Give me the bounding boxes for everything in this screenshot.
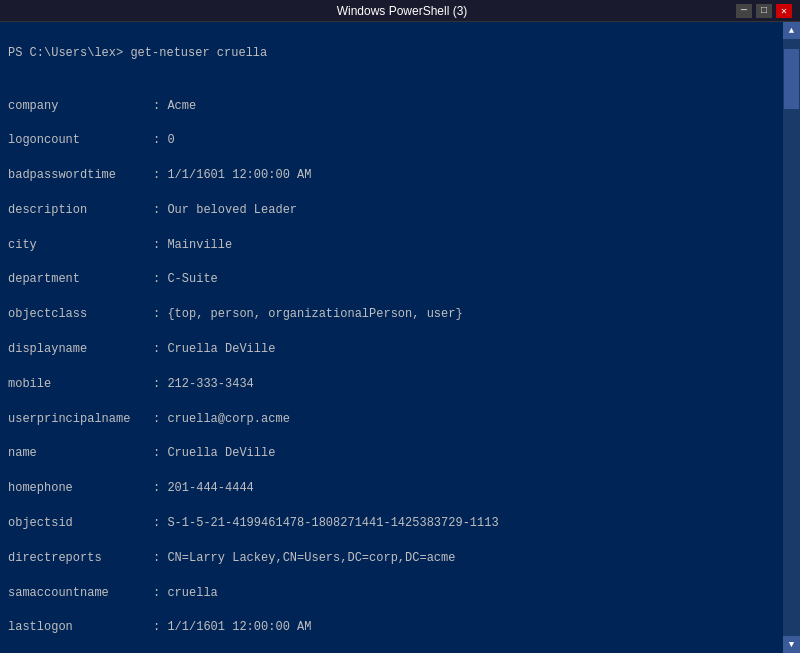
terminal[interactable]: PS C:\Users\lex> get-netuser cruella com…	[0, 22, 783, 653]
row-samaccountname: samaccountname : cruella	[8, 585, 775, 602]
scrollbar[interactable]: ▲ ▼	[783, 22, 800, 653]
row-objectclass: objectclass : {top, person, organization…	[8, 306, 775, 323]
row-city: city : Mainville	[8, 237, 775, 254]
row-homephone: homephone : 201-444-4444	[8, 480, 775, 497]
row-name: name : Cruella DeVille	[8, 445, 775, 462]
row-logoncount: logoncount : 0	[8, 132, 775, 149]
prompt-line: PS C:\Users\lex> get-netuser cruella	[8, 45, 775, 62]
row-objectsid: objectsid : S-1-5-21-4199461478-18082714…	[8, 515, 775, 532]
row-badpasswordtime: badpasswordtime : 1/1/1601 12:00:00 AM	[8, 167, 775, 184]
row-upn: userprincipalname : cruella@corp.acme	[8, 411, 775, 428]
row-description: description : Our beloved Leader	[8, 202, 775, 219]
window-title: Windows PowerShell (3)	[68, 4, 736, 18]
row-displayname: displayname : Cruella DeVille	[8, 341, 775, 358]
row-lastlogon: lastlogon : 1/1/1601 12:00:00 AM	[8, 619, 775, 636]
row-directreports: directreports : CN=Larry Lackey,CN=Users…	[8, 550, 775, 567]
row-department: department : C-Suite	[8, 271, 775, 288]
scroll-up-button[interactable]: ▲	[783, 22, 800, 39]
title-bar-controls: ─ □ ✕	[736, 4, 792, 18]
scroll-track[interactable]	[783, 39, 800, 636]
maximize-button[interactable]: □	[756, 4, 772, 18]
minimize-button[interactable]: ─	[736, 4, 752, 18]
close-button[interactable]: ✕	[776, 4, 792, 18]
scroll-thumb[interactable]	[784, 49, 799, 109]
row-mobile: mobile : 212-333-3434	[8, 376, 775, 393]
row-company: company : Acme	[8, 98, 775, 115]
scroll-down-button[interactable]: ▼	[783, 636, 800, 653]
title-bar: Windows PowerShell (3) ─ □ ✕	[0, 0, 800, 22]
